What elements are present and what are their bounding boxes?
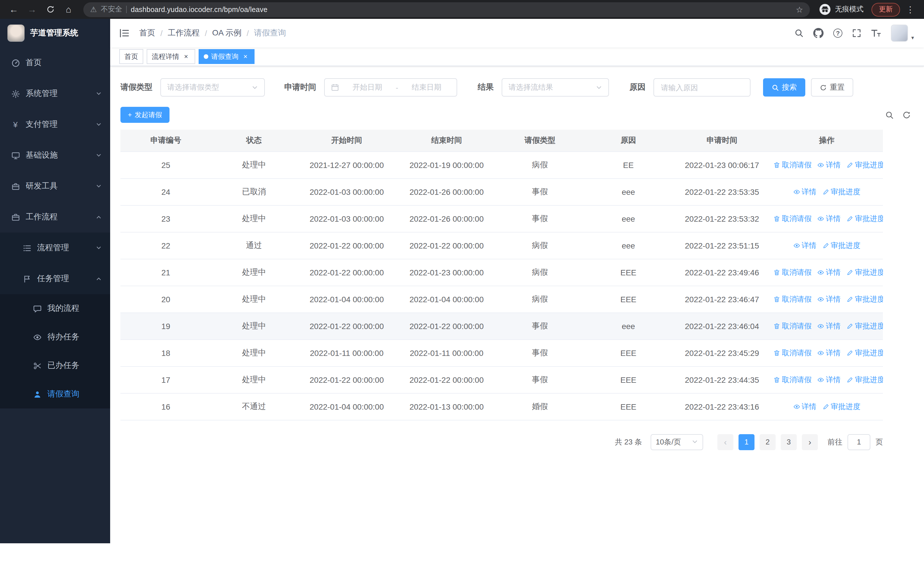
cell-actions: 取消请假详情审批进度 bbox=[771, 205, 883, 232]
detail-link[interactable]: 详情 bbox=[793, 401, 816, 412]
sidebar-item-label: 待办任务 bbox=[47, 332, 80, 342]
search-icon[interactable] bbox=[795, 29, 804, 38]
cell-applied: 2022-01-22 23:43:16 bbox=[674, 393, 771, 420]
sidebar-item-payment-mgmt[interactable]: ¥ 支付管理 bbox=[0, 109, 110, 140]
approval-progress-link[interactable]: 审批进度 bbox=[822, 240, 860, 251]
approval-progress-link[interactable]: 审批进度 bbox=[822, 186, 860, 197]
tab-process-detail[interactable]: 流程详情 × bbox=[147, 49, 195, 64]
breadcrumb-workflow[interactable]: 工作流程 bbox=[168, 28, 200, 38]
goto-page-input[interactable] bbox=[848, 434, 870, 450]
cell-end: 2022-01-22 00:00:00 bbox=[397, 232, 496, 259]
approval-progress-link[interactable]: 审批进度 bbox=[846, 294, 883, 304]
tab-leave-query[interactable]: 请假查询 × bbox=[199, 49, 255, 64]
close-icon[interactable]: × bbox=[242, 53, 249, 60]
close-icon[interactable]: × bbox=[182, 53, 190, 60]
sidebar-item-dev-tools[interactable]: 研发工具 bbox=[0, 171, 110, 202]
toolbox-icon bbox=[11, 182, 20, 191]
breadcrumb-oa-example[interactable]: OA 示例 bbox=[212, 28, 242, 38]
user-icon bbox=[33, 390, 42, 399]
leave-table-body: 25处理中2021-12-27 00:00:002022-01-19 00:00… bbox=[120, 151, 883, 420]
approval-progress-link[interactable]: 审批进度 bbox=[846, 160, 883, 170]
cancel-leave-link[interactable]: 取消请假 bbox=[773, 160, 812, 170]
cancel-leave-link[interactable]: 取消请假 bbox=[773, 267, 812, 277]
toggle-search-icon[interactable] bbox=[885, 111, 894, 119]
cancel-leave-link[interactable]: 取消请假 bbox=[773, 294, 812, 304]
page-button-1[interactable]: 1 bbox=[738, 434, 754, 450]
cell-applied: 2022-01-22 23:53:32 bbox=[674, 205, 771, 232]
sidebar-item-infrastructure[interactable]: 基础设施 bbox=[0, 140, 110, 171]
sidebar-item-leave-query[interactable]: 请假查询 bbox=[0, 380, 110, 409]
sidebar-item-label: 工作流程 bbox=[26, 212, 58, 222]
github-icon[interactable] bbox=[813, 28, 824, 38]
sidebar-item-home[interactable]: 首页 bbox=[0, 47, 110, 78]
detail-link[interactable]: 详情 bbox=[817, 267, 841, 277]
approval-progress-link[interactable]: 审批进度 bbox=[846, 214, 883, 224]
detail-link[interactable]: 详情 bbox=[817, 294, 841, 304]
help-icon[interactable]: ? bbox=[833, 29, 842, 38]
breadcrumb-separator: / bbox=[246, 29, 249, 38]
fullscreen-icon[interactable] bbox=[852, 29, 861, 38]
breadcrumb-home[interactable]: 首页 bbox=[139, 28, 155, 38]
font-size-icon[interactable] bbox=[871, 29, 881, 38]
apply-time-range-picker[interactable]: 开始日期 - 结束日期 bbox=[324, 78, 457, 96]
detail-link[interactable]: 详情 bbox=[817, 160, 841, 170]
sidebar-item-workflow[interactable]: 工作流程 bbox=[0, 202, 110, 233]
page-button-2[interactable]: 2 bbox=[760, 434, 776, 450]
reason-input[interactable] bbox=[654, 78, 750, 96]
cancel-leave-link[interactable]: 取消请假 bbox=[773, 321, 812, 331]
detail-link[interactable]: 详情 bbox=[817, 214, 841, 224]
back-icon[interactable]: ← bbox=[6, 2, 22, 17]
result-select[interactable]: 请选择流结果 bbox=[502, 78, 609, 96]
url-bar[interactable]: ⚠ 不安全 dashboard.yudao.iocoder.cn/bpm/oa/… bbox=[83, 2, 810, 17]
leave-type-select[interactable]: 请选择请假类型 bbox=[160, 78, 265, 96]
sidebar-collapse-icon[interactable] bbox=[119, 29, 129, 38]
next-page-button[interactable]: › bbox=[802, 434, 818, 450]
browser-menu-icon[interactable]: ⋮ bbox=[902, 2, 918, 17]
sidebar-item-my-process[interactable]: 我的流程 bbox=[0, 294, 110, 323]
bookmark-star-icon[interactable]: ☆ bbox=[796, 5, 803, 14]
select-placeholder: 请选择请假类型 bbox=[167, 82, 219, 93]
detail-link[interactable]: 详情 bbox=[817, 375, 841, 385]
reload-icon[interactable] bbox=[42, 2, 58, 17]
cell-type: 事假 bbox=[496, 313, 583, 339]
page-bottom-strip bbox=[0, 543, 924, 561]
page-size-select[interactable]: 10条/页 bbox=[651, 434, 703, 450]
prev-page-button[interactable]: ‹ bbox=[717, 434, 734, 450]
scissors-icon bbox=[33, 361, 42, 370]
cell-status: 处理中 bbox=[211, 151, 297, 178]
approval-progress-link[interactable]: 审批进度 bbox=[822, 401, 860, 412]
col-apply-id: 申请编号 bbox=[120, 130, 211, 151]
sidebar-item-done-tasks[interactable]: 已办任务 bbox=[0, 351, 110, 380]
sidebar-item-process-mgmt[interactable]: 流程管理 bbox=[0, 233, 110, 263]
sidebar-item-todo-tasks[interactable]: 待办任务 bbox=[0, 323, 110, 351]
page-button-3[interactable]: 3 bbox=[781, 434, 797, 450]
filter-bar: 请假类型 请选择请假类型 申请时间 开始日期 - 结束日期 结果 bbox=[120, 78, 914, 96]
detail-link[interactable]: 详情 bbox=[817, 321, 841, 331]
cancel-leave-link[interactable]: 取消请假 bbox=[773, 375, 812, 385]
approval-progress-link[interactable]: 审批进度 bbox=[846, 321, 883, 331]
approval-progress-link[interactable]: 审批进度 bbox=[846, 347, 883, 358]
breadcrumb-separator: / bbox=[160, 29, 163, 38]
tab-home[interactable]: 首页 bbox=[119, 49, 143, 64]
forward-icon[interactable]: → bbox=[24, 2, 40, 17]
cell-type: 婚假 bbox=[496, 393, 583, 420]
cancel-leave-link[interactable]: 取消请假 bbox=[773, 214, 812, 224]
url-text: dashboard.yudao.iocoder.cn/bpm/oa/leave bbox=[131, 5, 267, 14]
sidebar-item-task-mgmt[interactable]: 任务管理 bbox=[0, 263, 110, 294]
reset-button[interactable]: 重置 bbox=[811, 78, 853, 96]
approval-progress-link[interactable]: 审批进度 bbox=[846, 267, 883, 277]
user-menu[interactable]: ▼ bbox=[891, 24, 915, 42]
search-button[interactable]: 搜索 bbox=[763, 78, 805, 96]
cancel-leave-link[interactable]: 取消请假 bbox=[773, 347, 812, 358]
refresh-table-icon[interactable] bbox=[902, 111, 911, 119]
detail-link[interactable]: 详情 bbox=[793, 186, 816, 197]
cell-reason: EEE bbox=[583, 366, 674, 393]
update-button[interactable]: 更新 bbox=[872, 3, 900, 16]
home-icon[interactable]: ⌂ bbox=[60, 2, 76, 17]
detail-link[interactable]: 详情 bbox=[793, 240, 816, 251]
app-logo[interactable]: 芋道管理系统 bbox=[0, 19, 110, 47]
sidebar-item-system-mgmt[interactable]: 系统管理 bbox=[0, 78, 110, 109]
approval-progress-link[interactable]: 审批进度 bbox=[846, 375, 883, 385]
create-leave-button[interactable]: + 发起请假 bbox=[120, 107, 170, 123]
detail-link[interactable]: 详情 bbox=[817, 347, 841, 358]
